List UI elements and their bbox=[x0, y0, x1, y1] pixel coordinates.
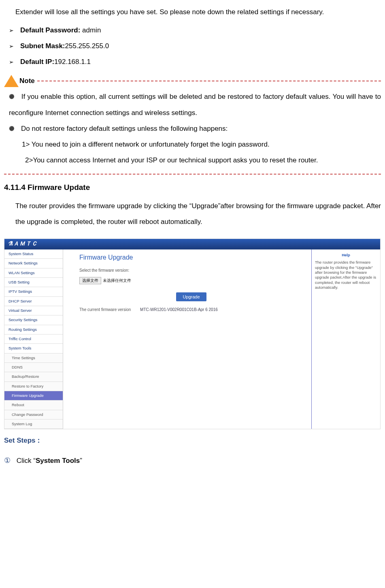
note-dash-line bbox=[37, 81, 381, 81]
nav-item-reboot[interactable]: Reboot bbox=[4, 401, 63, 410]
upgrade-button[interactable]: Upgrade bbox=[176, 292, 206, 301]
warning-icon bbox=[4, 75, 19, 87]
sub-step-1: 1> You need to join a different network … bbox=[4, 136, 381, 152]
nav-item-security-settings[interactable]: Security Settings bbox=[4, 315, 63, 325]
divider-red bbox=[4, 174, 381, 175]
step-1-suffix: ” bbox=[80, 457, 82, 464]
nav-item-firmware-upgrade[interactable]: Firmware Upgrade bbox=[4, 391, 63, 401]
default-ip-item: Default IP:192.168.1.1 bbox=[9, 54, 381, 70]
default-password-label: Default Password: bbox=[20, 26, 80, 34]
router-main: Firmware Upgrade Select the firmware ver… bbox=[63, 249, 380, 429]
nav-item-virtual-server[interactable]: Virtual Server bbox=[4, 306, 63, 315]
nav-item-network-settings[interactable]: Network Settings bbox=[4, 259, 63, 268]
nav-item-change-password[interactable]: Change Password bbox=[4, 410, 63, 420]
note-bullet-1: If you enable this option, all current s… bbox=[9, 89, 381, 120]
firmware-upgrade-title: Firmware Upgrade bbox=[79, 254, 303, 262]
nav-item-restore-to-factory[interactable]: Restore to Factory bbox=[4, 382, 63, 391]
help-title: Help bbox=[315, 253, 377, 258]
router-screenshot: ⚗ＡＭＴＣ System StatusNetwork SettingsWLAN … bbox=[4, 239, 381, 430]
nav-item-usb-setting[interactable]: USB Setting bbox=[4, 278, 63, 287]
nav-item-system-log[interactable]: System Log bbox=[4, 420, 63, 429]
router-body: System StatusNetwork SettingsWLAN Settin… bbox=[4, 249, 380, 429]
default-password-item: Default Password: admin bbox=[9, 22, 381, 38]
set-steps-label: Set Steps： bbox=[4, 432, 381, 448]
select-firmware-label: Select the firmware version: bbox=[79, 268, 303, 273]
step-1-number-icon: ① bbox=[4, 456, 11, 464]
help-pane: Help The router provides the firmware up… bbox=[311, 249, 380, 429]
default-ip-label: Default IP: bbox=[20, 58, 54, 66]
choose-file-button[interactable]: 选择文件 bbox=[79, 277, 101, 284]
no-file-chosen-text: 未选择任何文件 bbox=[103, 278, 131, 283]
section-body: The router provides the firmware upgrade… bbox=[4, 198, 381, 230]
current-firmware-value: MTC-WR1201-V002R001C01B-Apr 6 2016 bbox=[140, 307, 218, 312]
section-heading: 4.11.4 Firmware Update bbox=[4, 179, 381, 196]
note-bullet-2: Do not restore factory default settings … bbox=[9, 121, 381, 136]
note-row: Note bbox=[4, 73, 381, 89]
note-bullets: If you enable this option, all current s… bbox=[4, 89, 381, 136]
file-input-row: 选择文件 未选择任何文件 bbox=[79, 277, 303, 284]
step-1-bold: System Tools bbox=[36, 457, 80, 464]
nav-item-system-tools[interactable]: System Tools bbox=[4, 344, 63, 353]
nav-item-wlan-settings[interactable]: WLAN Settings bbox=[4, 268, 63, 278]
top-paragraph: Extender will lose all the settings you … bbox=[4, 4, 381, 20]
sub-step-2: 2>You cannot access Internet and your IS… bbox=[4, 152, 381, 168]
note-label: Note bbox=[19, 73, 35, 89]
current-firmware-label: The current firmware version bbox=[79, 307, 131, 312]
nav-item-routing-settings[interactable]: Routing Settings bbox=[4, 325, 63, 334]
defaults-list: Default Password: admin Subnet Mask:255.… bbox=[4, 22, 381, 70]
help-body: The router provides the firmware upgrade… bbox=[315, 260, 377, 290]
nav-item-ddns[interactable]: DDNS bbox=[4, 363, 63, 372]
step-1: ① Click “System Tools” bbox=[4, 452, 381, 469]
nav-item-iptv-settings[interactable]: IPTV Settings bbox=[4, 287, 63, 296]
nav-item-triffic-control[interactable]: Triffic Control bbox=[4, 334, 63, 344]
nav-item-dhcp-server[interactable]: DHCP Server bbox=[4, 297, 63, 306]
subnet-mask-value: 255.255.255.0 bbox=[65, 42, 109, 50]
nav-item-time-settings[interactable]: Time Settings bbox=[4, 354, 63, 363]
router-brand-header: ⚗ＡＭＴＣ bbox=[4, 239, 380, 249]
default-password-value: admin bbox=[80, 26, 101, 34]
default-ip-value: 192.168.1.1 bbox=[54, 58, 91, 66]
router-content: Firmware Upgrade Select the firmware ver… bbox=[63, 249, 311, 429]
nav-item-backup-restore[interactable]: Backup/Restore bbox=[4, 372, 63, 381]
firmware-version-row: The current firmware version MTC-WR1201-… bbox=[79, 307, 303, 312]
nav-item-system-status[interactable]: System Status bbox=[4, 249, 63, 259]
step-1-prefix: Click “ bbox=[17, 457, 36, 464]
subnet-mask-item: Subnet Mask:255.255.255.0 bbox=[9, 38, 381, 54]
router-sidebar: System StatusNetwork SettingsWLAN Settin… bbox=[4, 249, 63, 429]
subnet-mask-label: Subnet Mask: bbox=[20, 42, 65, 50]
